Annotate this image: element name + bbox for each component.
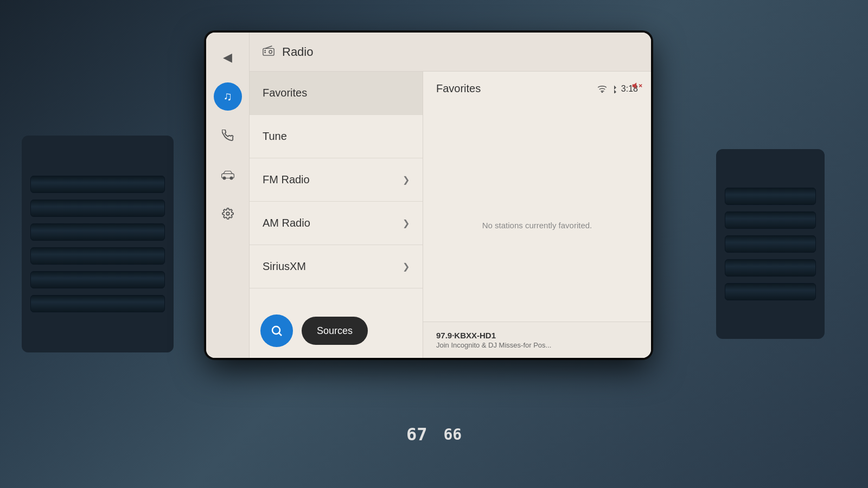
bluetooth-icon bbox=[611, 85, 617, 93]
radio-icon bbox=[263, 45, 275, 59]
vent-right bbox=[716, 149, 825, 339]
menu-item-am-radio[interactable]: AM Radio ❯ bbox=[250, 202, 423, 245]
svg-point-5 bbox=[269, 50, 272, 54]
infotainment-screen: ◀ ♫ bbox=[206, 33, 651, 358]
menu-item-tune[interactable]: Tune bbox=[250, 115, 423, 158]
wifi-icon bbox=[597, 85, 607, 93]
sidebar-item-music[interactable]: ♫ bbox=[214, 82, 242, 111]
temp-left: 67 bbox=[406, 424, 427, 445]
now-playing-description: Join Incognito & DJ Misses-for Pos... bbox=[436, 341, 638, 349]
svg-point-3 bbox=[226, 212, 229, 215]
svg-line-9 bbox=[279, 333, 282, 336]
sources-button[interactable]: Sources bbox=[302, 317, 368, 345]
sidebar-item-vehicle[interactable] bbox=[214, 160, 242, 189]
svg-point-2 bbox=[230, 177, 233, 179]
volume-icon bbox=[631, 80, 642, 94]
menu-item-fm-radio[interactable]: FM Radio ❯ bbox=[250, 158, 423, 202]
am-radio-chevron: ❯ bbox=[403, 218, 410, 228]
header-title: Radio bbox=[282, 45, 313, 59]
bottom-buttons: Sources bbox=[260, 314, 368, 347]
right-panel-title: Favorites bbox=[436, 82, 481, 95]
svg-point-1 bbox=[223, 177, 226, 179]
menu-panel: Favorites Tune FM Radio ❯ AM Radio ❯ Sir bbox=[250, 72, 423, 358]
split-layout: Favorites Tune FM Radio ❯ AM Radio ❯ Sir bbox=[250, 72, 651, 358]
menu-item-favorites[interactable]: Favorites bbox=[250, 72, 423, 115]
sidebar-item-settings[interactable] bbox=[214, 200, 242, 228]
sidebar-item-phone[interactable] bbox=[214, 121, 242, 150]
svg-point-10 bbox=[602, 92, 603, 93]
right-panel: Favorites 3:18 bbox=[423, 72, 651, 358]
no-stations-message: No stations currently favorited. bbox=[436, 104, 638, 347]
temperature-display: 67 66 bbox=[406, 424, 462, 445]
search-button[interactable] bbox=[260, 314, 293, 347]
sidebar-item-navigation[interactable]: ◀ bbox=[214, 43, 242, 72]
now-playing-station: 97.9·KBXX-HD1 bbox=[436, 331, 638, 340]
screen-header: Radio bbox=[250, 33, 651, 72]
right-panel-header: Favorites 3:18 bbox=[436, 82, 638, 95]
main-content: Radio Favorites Tune FM Radio ❯ bbox=[250, 33, 651, 358]
siriusxm-chevron: ❯ bbox=[403, 261, 410, 272]
fm-radio-chevron: ❯ bbox=[403, 175, 410, 185]
svg-point-8 bbox=[272, 326, 280, 334]
temp-right: 66 bbox=[443, 426, 462, 444]
vent-left bbox=[22, 136, 174, 352]
now-playing-bar: 97.9·KBXX-HD1 Join Incognito & DJ Misses… bbox=[423, 322, 651, 358]
sidebar: ◀ ♫ bbox=[206, 33, 250, 358]
car-background: ◀ ♫ bbox=[0, 0, 868, 488]
menu-item-siriusxm[interactable]: SiriusXM ❯ bbox=[250, 245, 423, 288]
